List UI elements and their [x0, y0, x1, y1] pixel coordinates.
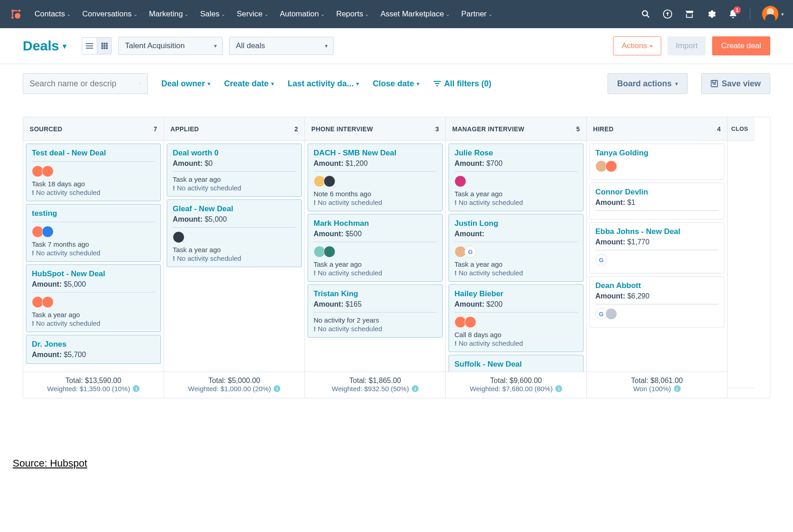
card-amount: Amount: $0: [173, 159, 296, 168]
bell-icon[interactable]: 1: [728, 9, 738, 19]
card-title: Julie Rose: [454, 149, 578, 158]
board-column: PHONE INTERVIEW3DACH - SMB New DealAmoun…: [305, 117, 446, 398]
info-icon[interactable]: i: [412, 385, 419, 392]
card-activity: Task a year ago: [314, 260, 437, 268]
column-footer: Total: $5,000.00 Weighted: $1,000.00 (20…: [164, 372, 304, 398]
svg-rect-18: [104, 47, 105, 49]
filter-deal-owner[interactable]: Deal owner▾: [161, 79, 210, 89]
card-activity: Task 7 months ago: [32, 240, 155, 248]
deal-card[interactable]: Dr. JonesAmount: $5,700: [26, 335, 161, 364]
deal-card[interactable]: Hailey BieberAmount: $200Call 8 days ago…: [449, 284, 584, 352]
nav-item-automation[interactable]: Automation⌄: [280, 10, 324, 19]
column-footer: Total: $13,590.00 Weighted: $1,359.00 (1…: [23, 372, 164, 398]
card-title: HubSpot - New Deal: [32, 269, 155, 278]
deal-card[interactable]: testingTask 7 months agoNo activity sche…: [26, 204, 161, 262]
info-icon[interactable]: i: [133, 385, 140, 392]
card-warning: No activity scheduled: [454, 339, 578, 347]
search-icon[interactable]: [641, 9, 651, 19]
account-menu[interactable]: ▾: [762, 6, 784, 22]
column-header: CLOS: [728, 117, 755, 141]
search-input[interactable]: [30, 79, 135, 89]
column-body: Tanya GoldingConnor DevlinAmount: $1Ebba…: [587, 141, 727, 372]
deal-card[interactable]: Test deal - New DealTask 18 days agoNo a…: [26, 144, 161, 201]
save-view-button[interactable]: Save view: [701, 73, 770, 94]
deal-card[interactable]: Ebba Johns - New DealAmount: $1,770G: [589, 222, 724, 273]
card-title: Hailey Bieber: [454, 289, 578, 298]
save-icon: [711, 80, 718, 87]
page-title-dropdown[interactable]: Deals ▾: [23, 38, 66, 54]
chevron-down-icon: ⌄: [67, 12, 70, 17]
column-body: DACH - SMB New DealAmount: $1,200Note 6 …: [305, 141, 445, 372]
notification-badge: 1: [733, 6, 741, 14]
info-icon[interactable]: i: [274, 385, 280, 392]
deal-card[interactable]: Dean AbbottAmount: $6,290G: [589, 276, 724, 328]
nav-item-reports[interactable]: Reports⌄: [336, 10, 369, 19]
filter-close-date[interactable]: Close date▾: [373, 79, 419, 89]
board-column: SOURCED7Test deal - New DealTask 18 days…: [23, 117, 164, 398]
deal-card[interactable]: Deal worth 0Amount: $0Task a year agoNo …: [167, 144, 302, 197]
nav-item-asset-marketplace[interactable]: Asset Marketplace⌄: [380, 10, 449, 19]
deal-card[interactable]: Julie RoseAmount: $700Task a year agoNo …: [449, 144, 584, 211]
nav-item-sales[interactable]: Sales⌄: [200, 10, 225, 19]
card-amount: Amount: $200: [454, 300, 578, 308]
info-icon[interactable]: i: [555, 385, 562, 392]
deal-card[interactable]: HubSpot - New DealAmount: $5,000Task a y…: [26, 264, 161, 332]
avatar-icon: [42, 165, 54, 177]
card-amount: Amount: $700: [454, 159, 578, 168]
nav-item-partner[interactable]: Partner⌄: [461, 10, 492, 19]
nav-item-conversations[interactable]: Conversations⌄: [82, 10, 137, 19]
card-title: Dean Abbott: [595, 281, 718, 290]
card-amount: Amount: $5,000: [32, 280, 155, 288]
source-link[interactable]: Source: Hubspot: [13, 457, 87, 469]
column-body: Test deal - New DealTask 18 days agoNo a…: [23, 141, 164, 372]
all-filters-button[interactable]: All filters (0): [433, 79, 491, 89]
card-activity: Task a year ago: [454, 260, 578, 268]
chevron-down-icon: ⌄: [185, 12, 188, 17]
card-amount: Amount: $6,290: [595, 292, 718, 300]
search-icon: [140, 79, 141, 88]
actions-button[interactable]: Actions▾: [613, 36, 661, 55]
gear-icon[interactable]: [706, 9, 716, 19]
nav-item-marketing[interactable]: Marketing⌄: [149, 10, 189, 19]
deal-card[interactable]: Mark HochmanAmount: $500Task a year agoN…: [308, 214, 443, 282]
top-nav: Contacts⌄Conversations⌄Marketing⌄Sales⌄S…: [0, 0, 793, 28]
nav-item-contacts[interactable]: Contacts⌄: [35, 10, 70, 19]
upload-icon[interactable]: [663, 9, 673, 19]
chevron-down-icon: ▾: [214, 43, 217, 49]
list-view-button[interactable]: [82, 38, 97, 54]
card-activity: Task a year ago: [173, 246, 296, 254]
info-icon[interactable]: i: [674, 385, 681, 392]
column-body: Julie RoseAmount: $700Task a year agoNo …: [446, 141, 586, 372]
nav-item-service[interactable]: Service⌄: [237, 10, 268, 19]
create-deal-button[interactable]: Create deal: [712, 36, 770, 55]
page-title: Deals: [23, 38, 59, 54]
view-select[interactable]: All deals ▾: [229, 37, 334, 55]
card-warning: No activity scheduled: [32, 249, 155, 257]
deal-card[interactable]: Tanya Golding: [589, 144, 724, 180]
deal-card[interactable]: Suffolk - New Deal: [449, 355, 584, 372]
filter-create-date[interactable]: Create date▾: [224, 79, 274, 89]
card-amount: Amount:: [454, 230, 578, 238]
chevron-down-icon: ⌄: [134, 12, 137, 17]
board-actions-button[interactable]: Board actions▾: [608, 73, 688, 94]
card-activity: No activity for 2 years: [314, 316, 437, 324]
deal-card[interactable]: DACH - SMB New DealAmount: $1,200Note 6 …: [308, 144, 443, 211]
deal-card[interactable]: Connor DevlinAmount: $1: [589, 183, 724, 219]
import-button[interactable]: Import: [668, 36, 706, 55]
avatar-icon: [605, 160, 617, 172]
svg-point-6: [643, 11, 648, 16]
marketplace-icon[interactable]: [684, 9, 694, 19]
card-warning: No activity scheduled: [454, 269, 578, 277]
hubspot-logo-icon[interactable]: [9, 7, 23, 21]
board-view-button[interactable]: [97, 38, 111, 54]
pipeline-select[interactable]: Talent Acquisition ▾: [118, 37, 223, 55]
card-amount: Amount: $500: [314, 230, 437, 238]
avatar-icon: G: [595, 254, 607, 266]
deal-card[interactable]: Justin LongAmount: GTask a year agoNo ac…: [449, 214, 584, 282]
filter-last-activity[interactable]: Last activity da...▾: [288, 79, 359, 89]
deal-card[interactable]: Tristan KingAmount: $165No activity for …: [308, 284, 443, 338]
filter-icon: [433, 80, 441, 87]
deal-card[interactable]: Gleaf - New DealAmount: $5,000Task a yea…: [167, 199, 302, 267]
card-avatars: [454, 175, 578, 187]
card-title: Deal worth 0: [173, 149, 296, 158]
